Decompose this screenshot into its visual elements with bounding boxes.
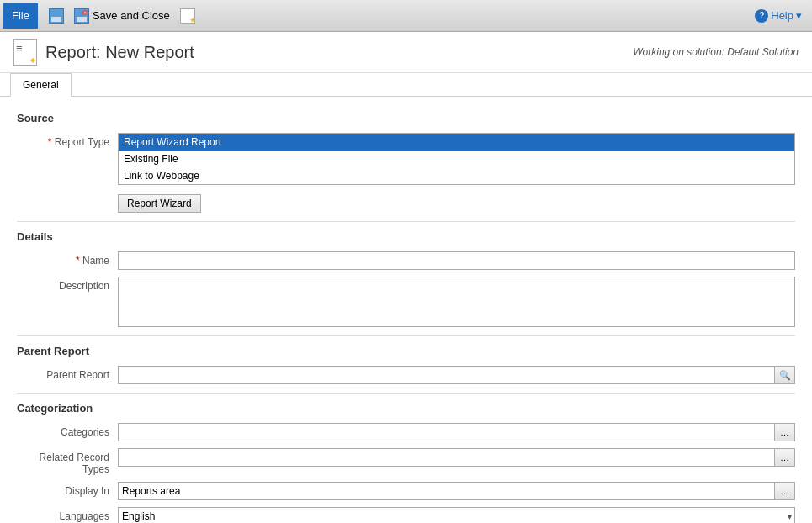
categories-row: Categories … xyxy=(17,423,795,441)
divider-1 xyxy=(17,221,795,222)
display-in-lookup-icon: … xyxy=(780,486,789,496)
related-record-types-lookup-button[interactable]: … xyxy=(775,448,795,467)
tab-general[interactable]: General xyxy=(10,73,72,97)
name-row: Name xyxy=(17,251,795,270)
categories-input-group: … xyxy=(118,423,795,441)
parent-report-input-group: 🔍 xyxy=(118,366,795,384)
tabs: General xyxy=(0,73,812,97)
display-in-input[interactable] xyxy=(118,482,775,500)
content-wrapper: ≡ ◆ Report: New Report Working on soluti… xyxy=(0,32,812,523)
report-type-row: Report Type Report Wizard Report Existin… xyxy=(17,133,795,213)
parent-report-lookup-button[interactable]: 🔍 xyxy=(775,366,795,384)
languages-select[interactable]: English French German Spanish xyxy=(118,507,795,523)
languages-select-wrapper: English French German Spanish ▾ xyxy=(118,507,795,523)
help-dropdown-arrow: ▾ xyxy=(796,9,802,22)
related-record-types-input[interactable] xyxy=(118,448,775,467)
display-in-lookup-button[interactable]: … xyxy=(775,482,795,500)
report-type-label: Report Type xyxy=(17,133,118,148)
save-and-close-button[interactable]: ✕ Save and Close xyxy=(70,4,174,28)
display-in-input-group: … xyxy=(118,482,795,500)
new-button[interactable]: ★ xyxy=(176,4,199,28)
dropdown-item-2[interactable]: Link to Webpage xyxy=(119,167,794,184)
report-type-container: Report Wizard Report Existing File Link … xyxy=(118,133,795,213)
parent-report-row: Parent Report 🔍 xyxy=(17,366,795,384)
related-record-types-lookup-icon: … xyxy=(780,452,789,462)
display-in-label: Display In xyxy=(17,482,118,497)
divider-3 xyxy=(17,393,795,394)
page-title: Report: New Report xyxy=(45,43,194,62)
working-on-label: Working on solution: Default Solution xyxy=(633,46,799,58)
report-type-dropdown[interactable]: Report Wizard Report Existing File Link … xyxy=(118,133,795,185)
name-label: Name xyxy=(17,251,118,267)
save-close-icon: ✕ xyxy=(74,8,89,24)
form-area: Source Report Type Report Wizard Report … xyxy=(0,97,812,523)
description-label: Description xyxy=(17,277,118,292)
categories-label: Categories xyxy=(17,423,118,438)
save-button[interactable] xyxy=(45,4,68,28)
related-record-types-label: Related Record Types xyxy=(17,448,118,475)
languages-row: Languages English French German Spanish … xyxy=(17,507,795,523)
wizard-btn-container: Report Wizard xyxy=(118,189,795,213)
name-input[interactable] xyxy=(118,251,795,270)
help-button[interactable]: ? Help ▾ xyxy=(755,9,802,23)
categories-input[interactable] xyxy=(118,423,775,441)
lookup-icon: 🔍 xyxy=(779,370,791,381)
parent-report-label: Parent Report xyxy=(17,366,118,381)
save-and-close-label: Save and Close xyxy=(93,9,170,22)
dropdown-item-0[interactable]: Report Wizard Report xyxy=(119,134,794,151)
file-button[interactable]: File xyxy=(3,3,38,29)
page-header: ≡ ◆ Report: New Report Working on soluti… xyxy=(0,32,812,73)
parent-report-section-title: Parent Report xyxy=(17,345,795,357)
report-wizard-button[interactable]: Report Wizard xyxy=(118,194,201,213)
divider-2 xyxy=(17,335,795,336)
display-in-row: Display In … xyxy=(17,482,795,500)
related-record-types-input-group: … xyxy=(118,448,795,467)
description-input[interactable] xyxy=(118,277,795,327)
details-section-title: Details xyxy=(17,230,795,243)
page-title-area: ≡ ◆ Report: New Report xyxy=(13,39,194,66)
related-record-types-row: Related Record Types … xyxy=(17,448,795,475)
form-content: Source Report Type Report Wizard Report … xyxy=(0,97,812,523)
report-icon: ≡ ◆ xyxy=(13,39,37,66)
save-icon xyxy=(49,8,64,24)
toolbar-actions: File ✕ Save and Close ★ xyxy=(3,3,199,29)
source-section-title: Source xyxy=(17,112,795,124)
dropdown-item-1[interactable]: Existing File xyxy=(119,151,794,167)
categorization-section-title: Categorization xyxy=(17,402,795,415)
help-icon: ? xyxy=(755,9,768,23)
categories-lookup-button[interactable]: … xyxy=(775,423,795,441)
languages-label: Languages xyxy=(17,507,118,522)
categories-lookup-icon: … xyxy=(780,427,789,437)
toolbar: File ✕ Save and Close ★ ? Help ▾ xyxy=(0,0,812,32)
parent-report-input[interactable] xyxy=(118,366,775,384)
help-label: Help xyxy=(771,9,793,22)
description-row: Description xyxy=(17,277,795,327)
new-icon: ★ xyxy=(180,8,195,24)
